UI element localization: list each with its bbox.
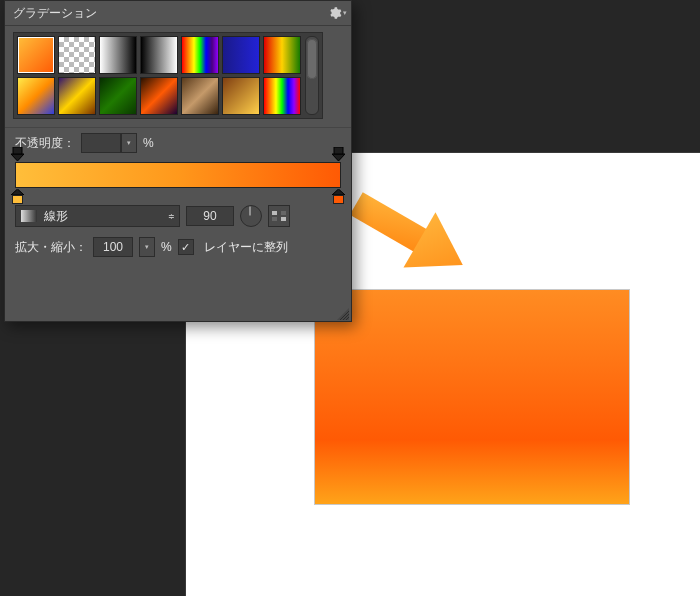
panel-title: グラデーション	[13, 5, 97, 22]
gradient-swatch[interactable]	[17, 36, 55, 74]
gradient-type-label: 線形	[44, 208, 68, 225]
gradient-swatch[interactable]	[58, 77, 96, 115]
gradient-preview-rect[interactable]	[315, 290, 629, 504]
scale-row: 拡大・縮小： ▾ % ✓ レイヤーに整列	[5, 230, 351, 264]
svg-rect-9	[272, 211, 277, 215]
align-to-layer-checkbox[interactable]: ✓	[178, 239, 194, 255]
panel-menu-button[interactable]: ▾	[327, 3, 347, 23]
gradient-swatch[interactable]	[181, 77, 219, 115]
gradient-swatch[interactable]	[181, 36, 219, 74]
gradient-swatch[interactable]	[17, 77, 55, 115]
svg-rect-10	[281, 211, 286, 215]
gradient-swatch-list	[13, 32, 323, 119]
gradient-swatch[interactable]	[263, 36, 301, 74]
workspace: グラデーション ▾ 不透明度： ▾ %	[0, 0, 700, 596]
color-stop-right[interactable]	[332, 189, 345, 203]
reverse-gradient-button[interactable]	[268, 205, 290, 227]
scale-label: 拡大・縮小：	[15, 239, 87, 256]
align-to-layer-label: レイヤーに整列	[204, 239, 288, 256]
svg-marker-6	[11, 189, 24, 195]
angle-dial[interactable]	[240, 205, 262, 227]
opacity-field[interactable]	[81, 133, 121, 153]
gradient-swatch[interactable]	[99, 77, 137, 115]
gradient-panel: グラデーション ▾ 不透明度： ▾ %	[4, 0, 352, 322]
opacity-label: 不透明度：	[15, 135, 75, 152]
gear-icon	[328, 6, 342, 20]
scale-field[interactable]	[93, 237, 133, 257]
chevron-updown-icon: ≑	[168, 212, 175, 221]
gradient-swatch[interactable]	[263, 77, 301, 115]
linear-gradient-icon	[20, 210, 38, 222]
svg-rect-8	[21, 210, 37, 222]
opacity-stop-right[interactable]	[332, 147, 345, 161]
svg-rect-11	[272, 217, 277, 221]
scrollbar-thumb[interactable]	[307, 39, 317, 79]
svg-rect-5	[334, 147, 343, 154]
gradient-swatch[interactable]	[140, 36, 178, 74]
gradient-swatch[interactable]	[140, 77, 178, 115]
gradient-swatch[interactable]	[58, 36, 96, 74]
opacity-unit: %	[143, 136, 154, 150]
scale-unit: %	[161, 240, 172, 254]
color-stop-left[interactable]	[11, 189, 24, 203]
svg-rect-12	[281, 217, 286, 221]
svg-marker-2	[11, 154, 24, 161]
svg-marker-7	[332, 189, 345, 195]
gradient-swatch[interactable]	[99, 36, 137, 74]
type-angle-row: 線形 ≑	[5, 202, 351, 230]
gradient-type-select[interactable]: 線形 ≑	[15, 205, 180, 227]
svg-rect-3	[13, 147, 22, 154]
gradient-strip[interactable]	[15, 162, 341, 188]
gradient-editor[interactable]	[15, 162, 341, 188]
checkmark-icon: ✓	[181, 242, 190, 253]
gradient-swatch[interactable]	[222, 77, 260, 115]
chevron-down-icon: ▾	[343, 9, 347, 17]
opacity-stop-left[interactable]	[11, 147, 24, 161]
opacity-row: 不透明度： ▾ %	[5, 130, 351, 156]
scale-stepper[interactable]: ▾	[139, 237, 155, 257]
svg-marker-4	[332, 154, 345, 161]
reverse-icon	[272, 211, 286, 221]
opacity-stepper[interactable]: ▾	[121, 133, 137, 153]
gradient-swatch[interactable]	[222, 36, 260, 74]
angle-field[interactable]	[186, 206, 234, 226]
swatch-scrollbar[interactable]	[305, 36, 319, 115]
panel-header[interactable]: グラデーション ▾	[5, 1, 351, 26]
panel-resize-grip[interactable]	[337, 308, 349, 320]
